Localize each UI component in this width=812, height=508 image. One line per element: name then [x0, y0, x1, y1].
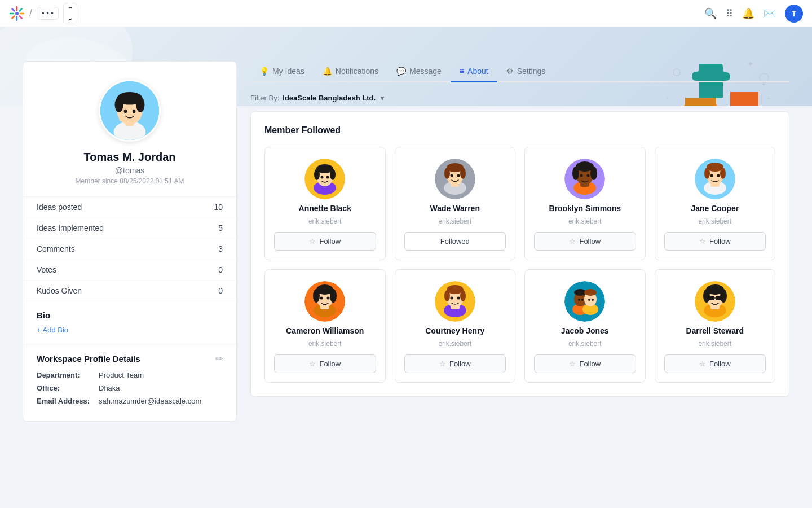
- svg-point-75: [330, 289, 337, 303]
- search-button[interactable]: 🔍: [704, 7, 717, 20]
- stat-value: 5: [218, 224, 223, 233]
- svg-point-58: [580, 174, 583, 177]
- svg-point-86: [457, 297, 460, 300]
- follow-button[interactable]: ☆ Follow: [274, 354, 376, 373]
- follow-button[interactable]: ☆ Follow: [534, 232, 636, 251]
- svg-point-97: [592, 299, 594, 301]
- apps-grid-icon: ⠿: [726, 7, 733, 20]
- stat-label: Kudos Given: [37, 286, 82, 295]
- tabs-bar: 💡 My Ideas 🔔 Notifications 💬 Message ≡ A…: [250, 61, 789, 82]
- filter-value: IdeaScale Bangladesh Ltd.: [283, 94, 376, 102]
- svg-point-67: [710, 174, 713, 177]
- tab-icon-my-ideas: 💡: [259, 67, 269, 76]
- tab-label-about: About: [467, 67, 488, 76]
- stat-label: Ideas Implemented: [37, 224, 104, 233]
- member-name: Jane Cooper: [691, 204, 739, 213]
- svg-point-77: [327, 297, 330, 300]
- svg-point-104: [720, 289, 727, 303]
- svg-point-103: [703, 289, 710, 303]
- stat-row: Ideas Implemented 5: [23, 218, 236, 239]
- star-icon: ☆: [439, 360, 446, 368]
- workspace-title: Workspace Profile Details: [37, 354, 140, 364]
- member-avatar: [435, 159, 475, 199]
- tab-message[interactable]: 💬 Message: [387, 61, 451, 82]
- svg-point-40: [321, 176, 324, 179]
- tab-label-notifications: Notifications: [336, 67, 378, 76]
- main-layout: Tomas M. Jordan @tomas Member since 08/2…: [0, 55, 812, 450]
- member-username: erik.siebert: [698, 340, 731, 348]
- breadcrumb-menu-button[interactable]: • • •: [37, 7, 59, 20]
- svg-point-50: [457, 174, 460, 177]
- tab-settings[interactable]: ⚙ Settings: [497, 61, 555, 82]
- svg-point-83: [444, 290, 450, 301]
- follow-button[interactable]: ☆ Follow: [664, 232, 766, 251]
- filter-bar: Filter By: IdeaScale Bangladesh Ltd. ▼: [250, 94, 789, 102]
- member-avatar: [564, 281, 605, 322]
- star-icon: ☆: [569, 237, 576, 246]
- tab-icon-notifications: 🔔: [323, 67, 332, 76]
- stat-label: Ideas posted: [37, 203, 82, 212]
- member-name: Jacob Jones: [561, 326, 609, 335]
- svg-point-76: [320, 297, 323, 300]
- breadcrumb-separator: /: [29, 7, 32, 19]
- tab-about[interactable]: ≡ About: [451, 61, 497, 82]
- add-bio-link[interactable]: + Add Bio: [37, 326, 68, 334]
- member-username: erik.siebert: [438, 217, 471, 225]
- svg-point-66: [720, 168, 726, 179]
- bio-title: Bio: [37, 310, 223, 320]
- follow-button[interactable]: ☆ Follow: [534, 354, 636, 373]
- stat-row: Ideas posted 10: [23, 197, 236, 218]
- profile-stats: Ideas posted 10 Ideas Implemented 5 Comm…: [23, 196, 236, 301]
- stat-value: 0: [218, 265, 223, 274]
- apps-button[interactable]: ⠿: [726, 7, 733, 20]
- member-card: Jane Cooper erik.siebert ☆ Follow: [655, 147, 776, 260]
- bell-icon: 🔔: [742, 7, 754, 20]
- filter-dropdown-button[interactable]: ▼: [379, 94, 386, 102]
- profile-name: Tomas M. Jordan: [23, 151, 236, 164]
- followed-button[interactable]: Followed: [404, 232, 506, 251]
- member-avatar: [564, 159, 605, 199]
- svg-rect-106: [716, 296, 722, 300]
- svg-point-92: [581, 299, 584, 301]
- member-username: erik.siebert: [568, 217, 602, 225]
- member-avatar: [435, 281, 475, 322]
- members-grid: Annette Black erik.siebert ☆ Follow Wade…: [264, 147, 775, 383]
- tab-label-settings: Settings: [517, 67, 546, 76]
- edit-workspace-button[interactable]: ✏: [215, 353, 223, 364]
- svg-point-39: [330, 169, 336, 180]
- member-avatar: [695, 159, 735, 199]
- svg-point-95: [584, 289, 597, 296]
- member-card: Brooklyn Simmons erik.siebert ☆ Follow: [524, 147, 646, 260]
- svg-point-30: [136, 97, 144, 112]
- workspace-detail-row: Department: Product Team: [23, 369, 236, 382]
- tab-notifications[interactable]: 🔔 Notifications: [314, 61, 387, 82]
- svg-point-38: [314, 169, 320, 180]
- star-icon: ☆: [569, 360, 576, 368]
- workspace-detail-value: Dhaka: [99, 384, 120, 392]
- breadcrumb-chevron-button[interactable]: ⌃⌄: [63, 3, 77, 24]
- stat-row: Kudos Given 0: [23, 281, 236, 301]
- notifications-button[interactable]: 🔔: [742, 7, 754, 20]
- workspace-details: Department: Product Team Office: Dhaka E…: [23, 369, 236, 408]
- profile-member-since: Member since 08/25/2022 01:51 AM: [23, 177, 236, 185]
- logo-icon: [9, 6, 25, 21]
- star-icon: ☆: [309, 237, 316, 246]
- topbar-right: 🔍 ⠿ 🔔 ✉️ T: [704, 5, 803, 23]
- mail-button[interactable]: ✉️: [764, 7, 776, 20]
- follow-button[interactable]: ☆ Follow: [274, 232, 376, 251]
- workspace-header: Workspace Profile Details ✏: [23, 344, 236, 369]
- star-icon: ☆: [309, 360, 316, 368]
- tab-icon-message: 💬: [396, 67, 406, 76]
- star-icon: ☆: [699, 237, 706, 246]
- workspace-detail-label: Office:: [37, 384, 99, 392]
- svg-point-56: [572, 167, 579, 180]
- user-avatar-button[interactable]: T: [785, 5, 803, 23]
- tab-my-ideas[interactable]: 💡 My Ideas: [250, 61, 314, 82]
- member-username: erik.siebert: [568, 340, 602, 348]
- topbar: / • • • ⌃⌄ 🔍 ⠿ 🔔 ✉️ T: [0, 0, 812, 27]
- pencil-icon: ✏: [215, 354, 223, 364]
- follow-button[interactable]: ☆ Follow: [664, 354, 766, 373]
- follow-button[interactable]: ☆ Follow: [404, 354, 506, 373]
- svg-point-9: [15, 12, 19, 15]
- workspace-detail-row: Email Address: sah.mazumder@ideascale.co…: [23, 395, 236, 408]
